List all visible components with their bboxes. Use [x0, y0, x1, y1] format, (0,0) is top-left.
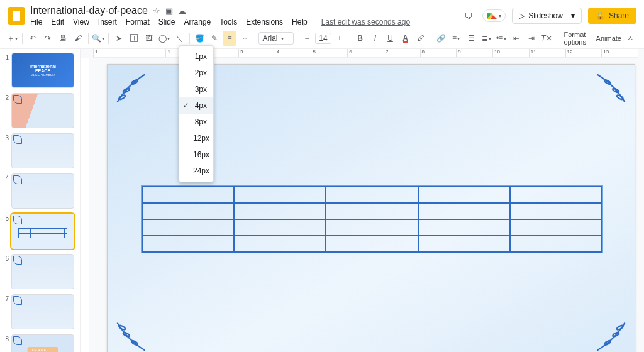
redo-button[interactable]: ↷ [41, 31, 55, 46]
slide-thumb[interactable]: 7 [3, 294, 77, 329]
underline-button[interactable]: U [384, 31, 397, 46]
separator [431, 33, 431, 44]
border-color-button[interactable]: ✎ [208, 31, 221, 46]
toolbar: ＋▾ ↶ ↷ 🖶 🖌 🔍▾ ➤ 🅃 🖼 ◯▾ ＼ 🪣 ✎ ≡ ┄ Arial ▾… [0, 28, 644, 49]
ruler-horizontal: 112345678910111213 [93, 49, 638, 58]
bulleted-list-button[interactable]: •≡▾ [494, 31, 508, 46]
chevron-down-icon: ▾ [499, 13, 501, 19]
svg-point-11 [616, 325, 624, 331]
olive-branch-icon [594, 319, 628, 352]
toolbar-expand[interactable]: ㅅ [626, 33, 639, 44]
border-weight-option[interactable]: 24px [179, 163, 213, 179]
border-weight-option[interactable]: 4px [179, 97, 213, 114]
border-weight-option[interactable]: 16px [179, 146, 213, 163]
menu-help[interactable]: Help [292, 18, 308, 26]
share-button[interactable]: 🔒 Share [588, 8, 636, 24]
highlight-button[interactable]: 🖊 [414, 31, 428, 46]
border-dash-button[interactable]: ┄ [238, 31, 252, 46]
menu-file[interactable]: File [30, 18, 42, 26]
chevron-down-icon: ▾ [281, 36, 284, 41]
ruler-vertical [80, 58, 89, 352]
line-spacing-button[interactable]: ☰ [464, 31, 478, 46]
border-weight-option[interactable]: 1px [179, 48, 213, 65]
slide-number: 1 [3, 53, 9, 88]
slide-thumb[interactable]: 2 [3, 93, 77, 128]
separator [108, 33, 109, 44]
slide-number: 7 [3, 294, 9, 329]
new-slide-button[interactable]: ＋▾ [5, 31, 19, 46]
slide-thumb[interactable]: 4 [3, 173, 77, 209]
indent-inc-button[interactable]: ⇥ [525, 31, 538, 46]
font-size-inc[interactable]: + [333, 31, 347, 46]
menubar: File Edit View Insert Format Slide Arran… [30, 18, 460, 26]
slideshow-button[interactable]: ▷ Slideshow ▾ [512, 8, 582, 24]
menu-tools[interactable]: Tools [219, 18, 237, 26]
image-tool[interactable]: 🖼 [142, 31, 156, 46]
olive-branch-icon [594, 71, 628, 106]
meet-button[interactable]: ▮◣ ▾ [482, 9, 506, 22]
slide-thumb[interactable]: 8THANK YOU [3, 334, 77, 352]
border-weight-option[interactable]: 8px [179, 114, 213, 130]
shape-tool[interactable]: ◯▾ [157, 31, 171, 46]
print-button[interactable]: 🖶 [56, 31, 70, 46]
paint-format-button[interactable]: 🖌 [71, 31, 85, 46]
align-button[interactable]: ≡▾ [449, 31, 463, 46]
separator [88, 33, 89, 44]
comments-icon[interactable]: 🗨 [460, 8, 476, 24]
menu-arrange[interactable]: Arrange [184, 18, 211, 26]
font-size-control: − 14 + [300, 31, 347, 46]
menu-extensions[interactable]: Extensions [246, 18, 283, 26]
indent-dec-button[interactable]: ⇤ [509, 31, 523, 46]
slide-table[interactable] [141, 185, 603, 253]
cloud-icon[interactable]: ☁ [178, 6, 186, 16]
lock-icon: 🔒 [596, 11, 605, 20]
border-weight-menu: 1px2px3px4px8px12px16px24px [179, 45, 214, 182]
format-options-button[interactable]: Format options [560, 31, 591, 46]
menu-view[interactable]: View [73, 18, 89, 26]
doc-title[interactable]: International-day-of-peace [30, 5, 148, 16]
numbered-list-button[interactable]: ≣▾ [479, 31, 493, 46]
font-family-select[interactable]: Arial ▾ [258, 32, 294, 45]
textbox-tool[interactable]: 🅃 [127, 31, 141, 46]
move-icon[interactable]: ▣ [165, 6, 173, 16]
menu-insert[interactable]: Insert [98, 18, 117, 26]
star-icon[interactable]: ☆ [153, 6, 160, 16]
border-weight-button[interactable]: ≡ [223, 31, 236, 46]
title-area: International-day-of-peace ☆ ▣ ☁ File Ed… [30, 5, 460, 26]
slide-thumb[interactable]: 1InternationalPEACE21 SEPTEMBER [3, 53, 77, 88]
font-size-dec[interactable]: − [300, 31, 314, 46]
play-icon: ▷ [519, 11, 525, 20]
select-tool[interactable]: ➤ [112, 31, 126, 46]
clear-format-button[interactable]: T✕ [540, 31, 553, 46]
header-right: 🗨 ▮◣ ▾ ▷ Slideshow ▾ 🔒 Share [460, 8, 636, 24]
bold-button[interactable]: B [353, 31, 367, 46]
zoom-button[interactable]: 🔍▾ [91, 31, 105, 46]
italic-button[interactable]: I [369, 31, 382, 46]
text-color-button[interactable]: A [399, 31, 413, 46]
menu-edit[interactable]: Edit [51, 18, 64, 26]
fill-color-button[interactable]: 🪣 [192, 31, 206, 46]
slide-number: 3 [3, 133, 9, 168]
font-size-value[interactable]: 14 [315, 33, 331, 44]
slide-number: 6 [3, 254, 9, 289]
meet-icon: ▮◣ [487, 11, 497, 20]
filmstrip[interactable]: 1InternationalPEACE21 SEPTEMBER2345678TH… [0, 49, 80, 352]
edit-status[interactable]: Last edit was seconds ago [321, 18, 410, 26]
undo-button[interactable]: ↶ [26, 31, 40, 46]
slide-thumb[interactable]: 5 [3, 214, 77, 249]
slides-logo [8, 7, 25, 25]
separator [255, 33, 255, 44]
svg-point-5 [616, 94, 624, 100]
border-weight-option[interactable]: 12px [179, 130, 213, 146]
svg-point-2 [118, 94, 126, 100]
border-weight-option[interactable]: 3px [179, 81, 213, 97]
link-button[interactable]: 🔗 [434, 31, 448, 46]
line-tool[interactable]: ＼ [172, 31, 186, 46]
menu-format[interactable]: Format [126, 18, 150, 26]
animate-button[interactable]: Animate [592, 35, 625, 42]
slide-thumb[interactable]: 6 [3, 254, 77, 289]
border-weight-option[interactable]: 2px [179, 65, 213, 81]
slide-number: 8 [3, 334, 9, 352]
slide-thumb[interactable]: 3 [3, 133, 77, 168]
menu-slide[interactable]: Slide [158, 18, 175, 26]
